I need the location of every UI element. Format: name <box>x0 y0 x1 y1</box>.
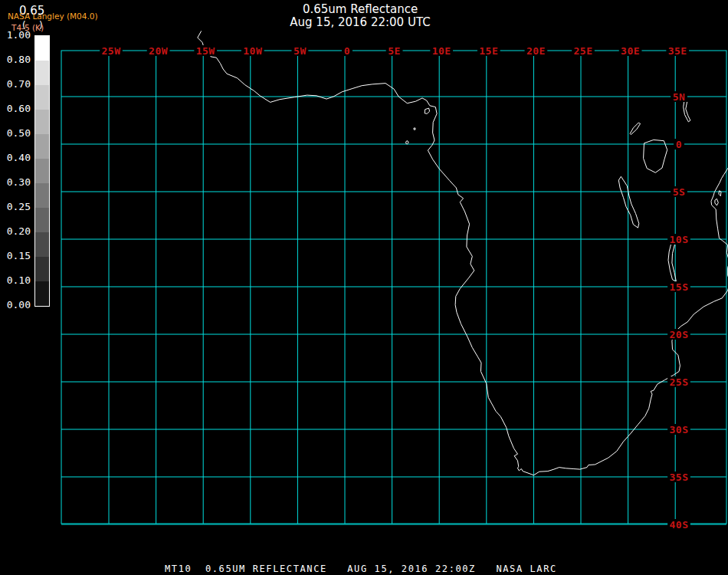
lat-label: 5N <box>673 91 686 103</box>
lat-label: 25S <box>670 376 689 388</box>
lon-label: 20E <box>526 45 546 57</box>
lat-label: 15S <box>670 281 689 293</box>
lake-turkana-outline <box>684 101 690 122</box>
lat-label: 10S <box>670 234 689 245</box>
lon-label: 10E <box>432 45 451 57</box>
lake-victoria-outline <box>644 140 667 172</box>
map-canvas: 25W20W15W10W5W05E10E15E20E25E30E35E5N05S… <box>0 0 728 575</box>
lon-label: 25E <box>574 45 593 57</box>
sao-tome-island-outline <box>406 141 409 144</box>
lake-albert-outline <box>630 123 641 135</box>
lat-label: 40S <box>670 519 689 531</box>
lat-label: 20S <box>670 329 689 340</box>
lon-label: 0 <box>344 45 350 57</box>
lat-label: 5S <box>673 186 686 198</box>
lon-label: 15E <box>479 45 498 57</box>
lon-label: 5W <box>293 45 307 57</box>
bioko-island-outline <box>425 108 430 113</box>
status-bar: MT10 0.65UM REFLECTANCE AUG 15, 2016 22:… <box>165 564 557 574</box>
lon-label: 35E <box>668 45 687 57</box>
lat-label: 35S <box>670 472 689 483</box>
lon-label: 10W <box>243 45 262 57</box>
coastline-africa <box>198 31 728 475</box>
lon-label: 25W <box>102 45 121 57</box>
lat-label: 0 <box>676 139 682 150</box>
lon-label: 15W <box>196 45 215 57</box>
principe-island-outline <box>414 128 415 130</box>
lon-label: 30E <box>621 45 640 57</box>
lake-tanganyika-outline <box>618 176 639 228</box>
satellite-quicklook-viewer: 0.65um Reflectance Aug 15, 2016 22:00 UT… <box>0 0 728 575</box>
lon-label: 20W <box>149 45 168 57</box>
lon-label: 5E <box>388 45 401 57</box>
lat-label: 30S <box>670 424 689 435</box>
zanzibar-island-outline <box>715 199 718 205</box>
